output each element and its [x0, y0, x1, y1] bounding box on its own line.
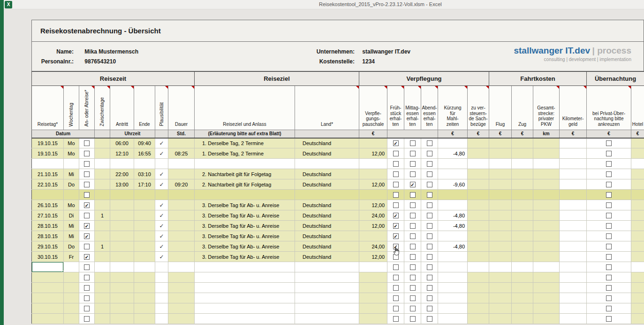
column-header-dauer[interactable]: Dauer [168, 86, 195, 130]
fr-checkbox[interactable] [393, 306, 399, 311]
cell-zug[interactable] [512, 262, 533, 272]
cell-kmgeld[interactable] [560, 210, 587, 221]
cell-abreise[interactable]: ✓ [79, 252, 95, 262]
cell-zuverst[interactable] [468, 241, 489, 252]
column-header-hotel[interactable]: Hotel [631, 86, 644, 130]
cell-day[interactable] [64, 283, 79, 293]
cell-fr[interactable] [387, 159, 404, 169]
kostenstelle-value[interactable]: 1234 [362, 58, 375, 65]
cell-strecke[interactable] [533, 272, 560, 283]
cell-ab[interactable] [421, 252, 438, 262]
cell-zw[interactable] [95, 138, 110, 148]
cell-ab[interactable] [421, 190, 438, 200]
cell-ende[interactable] [134, 221, 155, 231]
cell-land[interactable]: Deutschland [295, 169, 359, 179]
cell-plaus[interactable] [155, 283, 168, 293]
cell-ab[interactable] [421, 272, 438, 283]
cell-hotel[interactable] [631, 190, 644, 200]
cell-privat[interactable] [587, 262, 631, 272]
cell-zuverst[interactable] [468, 272, 489, 283]
cell-kmgeld[interactable] [560, 221, 587, 231]
cell-hotel[interactable] [631, 272, 644, 283]
cell-plaus[interactable]: ✓ [155, 231, 168, 241]
column-header-kuerz[interactable]: Kürzung für Mahl- zeiten [438, 86, 468, 130]
cell-fr[interactable] [387, 283, 404, 293]
cell-zug[interactable] [512, 169, 533, 179]
cell-pausch[interactable]: 24,00 [359, 210, 387, 221]
cell-dauer[interactable] [168, 241, 195, 252]
cell-mi[interactable] [404, 190, 421, 200]
group-header[interactable]: Fahrtkosten [489, 72, 587, 86]
cell-day[interactable]: Fr [64, 252, 79, 262]
cell-abreise[interactable] [79, 262, 95, 272]
cell-ab[interactable] [421, 314, 438, 324]
cell-date[interactable] [32, 262, 64, 272]
mi-checkbox[interactable] [410, 223, 416, 229]
cell-plaus[interactable]: ✓ [155, 200, 168, 210]
cell-dauer[interactable] [168, 221, 195, 231]
cell-ab[interactable] [421, 200, 438, 210]
cell-zug[interactable] [512, 303, 533, 314]
cell-kmgeld[interactable] [560, 169, 587, 179]
cell-pausch[interactable] [359, 314, 387, 324]
cell-privat[interactable] [587, 179, 631, 190]
cell-abreise[interactable] [79, 303, 95, 314]
cell-zuverst[interactable] [468, 252, 489, 262]
cell-kuerz[interactable]: -4,80 [438, 210, 468, 221]
cell-zuverst[interactable] [468, 262, 489, 272]
cell-kuerz[interactable]: -4,80 [438, 148, 468, 159]
cell-privat[interactable] [587, 159, 631, 169]
cell-date[interactable] [32, 272, 64, 283]
cell-antritt[interactable] [110, 210, 134, 221]
mi-checkbox[interactable] [410, 202, 416, 208]
cell-plaus[interactable]: ✓ [155, 148, 168, 159]
cell-date[interactable]: 28.10.15 [32, 221, 64, 231]
abreise-checkbox[interactable]: ✓ [84, 254, 90, 260]
cell-antritt[interactable]: 12:10 [110, 148, 134, 159]
cell-strecke[interactable] [533, 283, 560, 293]
cell-date[interactable]: 26.10.15 [32, 200, 64, 210]
cell-mi[interactable] [404, 272, 421, 283]
cell-zug[interactable] [512, 231, 533, 241]
cell-land[interactable] [295, 293, 359, 303]
cell-flug[interactable] [489, 169, 512, 179]
cell-zw[interactable] [95, 179, 110, 190]
cell-zuverst[interactable] [468, 169, 489, 179]
ab-checkbox[interactable] [427, 285, 432, 291]
cell-land[interactable]: Deutschland [295, 200, 359, 210]
cell-date[interactable] [32, 190, 64, 200]
cell-zug[interactable] [512, 241, 533, 252]
cell-ziel[interactable]: 3. Derselbe Tag für Ab- u. Anreise [195, 221, 295, 231]
cell-zuverst[interactable] [468, 190, 489, 200]
cell-zw[interactable] [95, 314, 110, 324]
cell-mi[interactable] [404, 210, 421, 221]
cell-fr[interactable] [387, 293, 404, 303]
cell-plaus[interactable] [155, 314, 168, 324]
cell-hotel[interactable] [631, 148, 644, 159]
cell-ende[interactable] [134, 272, 155, 283]
fr-checkbox[interactable] [393, 275, 399, 280]
ab-checkbox[interactable] [427, 306, 432, 311]
cell-ende[interactable]: 09:40 [134, 138, 155, 148]
cell-abreise[interactable] [79, 210, 95, 221]
cell-pausch[interactable] [359, 138, 387, 148]
ab-checkbox[interactable] [427, 140, 432, 146]
cell-flug[interactable] [489, 221, 512, 231]
cell-zug[interactable] [512, 210, 533, 221]
group-header[interactable]: Reiseziel [195, 72, 359, 86]
abreise-checkbox[interactable] [84, 213, 90, 218]
cell-ende[interactable] [134, 252, 155, 262]
abreise-checkbox[interactable]: ✓ [84, 202, 90, 208]
cell-ab[interactable] [421, 231, 438, 241]
cell-ziel[interactable]: 3. Derselbe Tag für Ab- u. Anreise [195, 210, 295, 221]
cell-strecke[interactable] [533, 293, 560, 303]
cell-privat[interactable] [587, 190, 631, 200]
cell-zuverst[interactable] [468, 179, 489, 190]
fr-checkbox[interactable] [393, 295, 399, 301]
cell-ziel[interactable]: 3. Derselbe Tag für Ab- u. Anreise [195, 241, 295, 252]
unternehmen-value[interactable]: stallwanger IT.dev [362, 48, 410, 55]
cell-antritt[interactable] [110, 262, 134, 272]
cell-ziel[interactable]: 1. Derselbe Tag, 2 Termine [195, 148, 295, 159]
cell-mi[interactable] [404, 262, 421, 272]
cell-kmgeld[interactable] [560, 241, 587, 252]
